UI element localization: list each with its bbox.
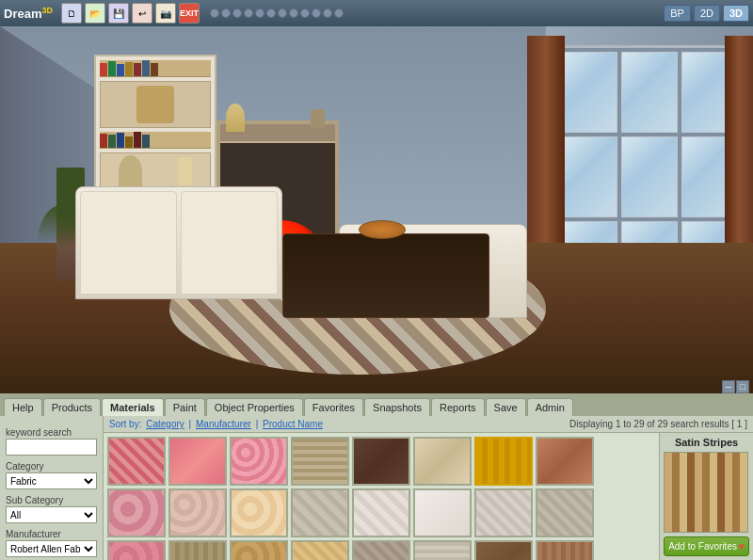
material-thumb[interactable] xyxy=(474,488,533,537)
material-thumb[interactable] xyxy=(230,437,288,486)
manufacturer-label: Manufacturer xyxy=(6,529,97,539)
undo-button[interactable]: ↩ xyxy=(132,3,152,24)
material-thumb[interactable] xyxy=(536,437,594,486)
material-thumb[interactable] xyxy=(352,437,410,486)
left-sidebar: keyword search Category Fabric Wood Ston… xyxy=(0,416,104,560)
window-pane xyxy=(562,52,617,133)
subcategory-label: Sub Category xyxy=(6,495,97,505)
sort-by-product-name-link[interactable]: Product Name xyxy=(263,419,323,429)
material-thumb[interactable] xyxy=(107,540,166,560)
shelf xyxy=(100,60,211,77)
open-button[interactable]: 📂 xyxy=(85,3,105,24)
room-nav-dot[interactable] xyxy=(300,8,310,18)
sort-links: Sort by: Category | Manufacturer | Produ… xyxy=(109,419,325,429)
room-nav-dot[interactable] xyxy=(266,8,276,18)
material-thumb[interactable] xyxy=(107,488,166,537)
material-thumb[interactable] xyxy=(107,437,166,486)
save-file-button[interactable]: 💾 xyxy=(108,3,129,24)
add-to-favorites-label: Add to Favorites xyxy=(668,541,737,552)
mantel-item xyxy=(311,109,325,128)
bp-view-button[interactable]: BP xyxy=(664,5,691,22)
3d-viewport[interactable] xyxy=(0,26,753,393)
material-thumb[interactable] xyxy=(168,488,227,537)
sort-by-label: Sort by: xyxy=(109,419,144,429)
material-thumb[interactable] xyxy=(168,437,227,486)
material-thumb[interactable] xyxy=(291,488,349,537)
minimize-panel-button[interactable]: ─ xyxy=(722,380,735,393)
preview-image xyxy=(664,452,748,533)
material-thumb[interactable] xyxy=(536,488,594,537)
material-thumb[interactable] xyxy=(230,488,288,537)
sofa-seat-cushion xyxy=(181,191,278,295)
material-thumb[interactable] xyxy=(291,437,349,486)
room-nav-dot[interactable] xyxy=(210,8,219,18)
manufacturer-select[interactable]: Robert Allen Fabrics Kravet Schumacher xyxy=(6,540,97,557)
room-nav-dot[interactable] xyxy=(232,8,242,18)
3d-view-button[interactable]: 3D xyxy=(723,5,749,22)
category-select[interactable]: Fabric Wood Stone Metal xyxy=(6,472,97,489)
right-content: Sort by: Category | Manufacturer | Produ… xyxy=(104,416,753,560)
room-nav-dot[interactable] xyxy=(278,8,287,18)
materials-row xyxy=(107,437,655,486)
tab-materials[interactable]: Materials xyxy=(102,398,164,416)
material-thumb[interactable] xyxy=(352,488,410,537)
tab-help[interactable]: Help xyxy=(4,398,42,416)
tab-favorites[interactable]: Favorites xyxy=(304,398,363,416)
shelf xyxy=(100,132,211,149)
material-thumb[interactable] xyxy=(536,540,594,560)
category-label: Category xyxy=(6,461,97,472)
material-thumb[interactable] xyxy=(291,540,349,560)
2d-view-button[interactable]: 2D xyxy=(694,5,720,22)
material-thumb[interactable] xyxy=(413,488,472,537)
heart-icon: ♥ xyxy=(739,541,745,552)
camera-button[interactable]: 📷 xyxy=(155,3,176,24)
window-pane xyxy=(621,52,677,133)
exit-button[interactable]: EXIT xyxy=(179,3,200,24)
subcategory-select[interactable]: All Solid Pattern xyxy=(6,506,97,523)
sort-by-category-link[interactable]: Category xyxy=(146,419,184,429)
materials-grid xyxy=(104,433,659,560)
window-pane xyxy=(562,136,617,217)
material-thumb[interactable] xyxy=(413,437,472,486)
materials-row xyxy=(107,540,655,560)
keyword-input[interactable] xyxy=(6,439,97,456)
material-thumb-selected[interactable] xyxy=(474,437,533,486)
material-thumb[interactable] xyxy=(168,540,227,560)
vase-decoration xyxy=(119,155,142,188)
add-to-favorites-button[interactable]: Add to Favorites ♥ xyxy=(664,536,749,556)
sort-by-manufacturer-link[interactable]: Manufacturer xyxy=(196,419,251,429)
shelf-item xyxy=(178,157,192,185)
shelf-decoration xyxy=(136,86,174,123)
tab-bar: Help Products Materials Paint Object Pro… xyxy=(0,393,753,416)
materials-row xyxy=(107,488,655,537)
bowl xyxy=(359,220,406,239)
top-toolbar: Dream3D 🗋 📂 💾 ↩ 📷 EXIT BP 2D 3D xyxy=(0,0,753,26)
tab-paint[interactable]: Paint xyxy=(165,398,205,416)
tab-save[interactable]: Save xyxy=(486,398,526,416)
maximize-panel-button[interactable]: □ xyxy=(736,380,749,393)
tab-products[interactable]: Products xyxy=(43,398,101,416)
room-nav-dot[interactable] xyxy=(221,8,231,18)
tab-snapshots[interactable]: Snapshots xyxy=(364,398,430,416)
app-logo: Dream3D xyxy=(4,6,53,21)
window-pane xyxy=(621,136,677,217)
room-nav-dot[interactable] xyxy=(244,8,253,18)
coffee-table xyxy=(282,233,489,318)
tab-reports[interactable]: Reports xyxy=(431,398,485,416)
material-thumb[interactable] xyxy=(413,540,472,560)
main-content: keyword search Category Fabric Wood Ston… xyxy=(0,416,753,560)
room-nav-dot[interactable] xyxy=(312,8,321,18)
bottom-panel: Help Products Materials Paint Object Pro… xyxy=(0,393,753,560)
keyword-label: keyword search xyxy=(6,427,97,438)
right-preview-panel: Satin Stripes Add to Favorites ♥ xyxy=(659,433,753,560)
room-nav-dot[interactable] xyxy=(334,8,344,18)
room-nav-dot[interactable] xyxy=(255,8,264,18)
material-thumb[interactable] xyxy=(352,540,410,560)
material-thumb[interactable] xyxy=(474,540,533,560)
room-nav-dot[interactable] xyxy=(323,8,332,18)
tab-admin[interactable]: Admin xyxy=(527,398,573,416)
new-button[interactable]: 🗋 xyxy=(61,3,82,24)
material-thumb[interactable] xyxy=(230,540,288,560)
tab-object-properties[interactable]: Object Properties xyxy=(206,398,303,416)
room-nav-dot[interactable] xyxy=(289,8,298,18)
